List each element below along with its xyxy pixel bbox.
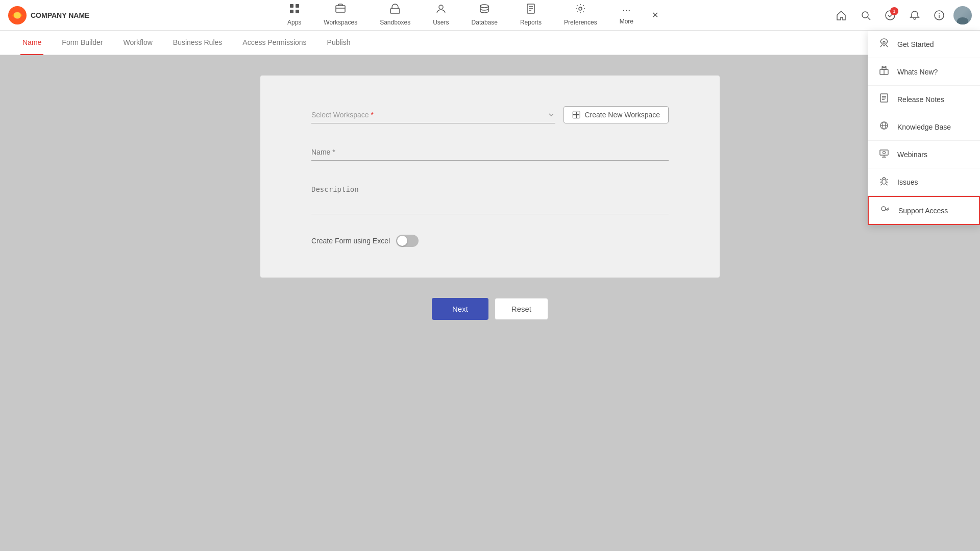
tab-publish[interactable]: Publish [325,31,353,55]
reports-icon [525,3,536,17]
svg-rect-4 [290,10,293,13]
workspace-select[interactable]: Select Workspace * [311,107,555,123]
description-field-group [311,181,669,214]
help-item-release-notes[interactable]: Release Notes [868,86,980,113]
svg-rect-5 [296,10,299,13]
workspaces-icon [335,3,346,17]
more-label: More [620,18,633,25]
svg-line-39 [886,179,888,180]
tab-workflow-label: Workflow [124,38,153,46]
nav-item-sandboxes[interactable]: Sandboxes [369,0,422,31]
nav-item-database[interactable]: Database [460,0,509,31]
tab-publish-label: Publish [327,38,351,46]
reset-button[interactable]: Reset [495,298,548,320]
svg-point-15 [579,7,582,10]
nav-item-workspaces[interactable]: Workspaces [312,0,369,31]
svg-point-21 [939,13,940,14]
tasks-badge: 1 [890,7,898,15]
help-item-get-started[interactable]: Get Started [868,31,980,58]
tab-form-builder[interactable]: Form Builder [60,31,105,55]
home-button[interactable] [831,5,851,26]
nav-item-preferences[interactable]: Preferences [553,0,608,31]
person-screen-icon [878,148,890,161]
help-item-issues[interactable]: Issues [868,168,980,196]
key-icon [879,204,891,217]
nav-item-reports[interactable]: Reports [509,0,553,31]
get-started-label: Get Started [897,40,934,48]
brand-name: COMPANY NAME [31,11,89,19]
toggle-thumb [397,236,407,246]
sandboxes-label: Sandboxes [380,19,410,26]
description-input[interactable] [311,181,669,214]
chevron-down-icon [547,111,555,119]
nav-item-more[interactable]: ··· More [608,0,645,31]
apps-icon [289,3,300,17]
doc-icon [878,93,890,106]
workspace-select-label: Select Workspace * [311,111,374,119]
help-dropdown: Get Started Whats New? Release Notes Kno… [868,31,980,225]
workspace-row: Select Workspace * Create New Workspace [311,106,669,123]
brand: COMPANY NAME [8,6,110,24]
bell-button[interactable] [904,5,925,26]
avatar-body [957,17,968,24]
create-workspace-label: Create New Workspace [584,111,660,119]
excel-row: Create Form using Excel [311,235,669,247]
svg-point-9 [439,5,443,9]
nav-close-button[interactable]: ✕ [645,5,665,26]
excel-toggle[interactable] [396,235,419,247]
workspace-required: * [369,111,374,119]
rocket-icon [878,38,890,51]
help-item-support-access[interactable]: Support Access [868,196,980,225]
nav-item-users[interactable]: Users [422,0,460,31]
avatar-image [953,6,972,24]
svg-point-44 [881,207,886,211]
svg-rect-33 [880,150,888,155]
users-icon [435,3,447,17]
whats-new-label: Whats New? [897,68,938,76]
sandboxes-icon [389,3,401,17]
tab-name-label: Name [22,38,41,46]
users-label: Users [433,19,449,26]
next-button[interactable]: Next [432,298,488,320]
sub-tabs: Name Form Builder Workflow Business Rule… [0,31,980,55]
tab-business-rules-label: Business Rules [173,38,223,46]
svg-point-37 [882,179,886,184]
svg-point-36 [883,152,886,154]
top-nav: COMPANY NAME Apps Workspaces Sandboxes U… [0,0,980,31]
avatar-button[interactable] [953,6,972,24]
create-workspace-button[interactable]: Create New Workspace [564,106,669,123]
search-globe-icon [878,120,890,133]
svg-point-16 [862,12,868,18]
workspaces-label: Workspaces [324,19,357,26]
nav-right: 1 [831,5,980,26]
more-icon: ··· [622,4,631,16]
help-item-webinars[interactable]: Webinars [868,141,980,168]
workspace-select-wrapper: Select Workspace * [311,107,555,123]
tab-form-builder-label: Form Builder [62,38,103,46]
tasks-button[interactable]: 1 [880,5,900,26]
nav-items: Apps Workspaces Sandboxes Users Database [110,0,831,31]
svg-line-17 [868,17,870,20]
name-input[interactable] [311,144,669,161]
help-item-knowledge-base[interactable]: Knowledge Base [868,113,980,141]
nav-item-apps[interactable]: Apps [276,0,312,31]
toggle-track[interactable] [396,235,419,247]
database-icon [479,3,490,17]
preferences-label: Preferences [564,19,597,26]
webinars-label: Webinars [897,151,927,159]
bottom-actions: Next Reset [432,298,548,320]
tab-workflow[interactable]: Workflow [121,31,155,55]
tab-name[interactable]: Name [20,31,43,55]
excel-label: Create Form using Excel [311,237,390,245]
preferences-icon [575,3,586,17]
help-item-whats-new[interactable]: Whats New? [868,58,980,86]
tab-business-rules[interactable]: Business Rules [171,31,225,55]
close-icon: ✕ [652,10,658,20]
tab-access-permissions[interactable]: Access Permissions [240,31,308,55]
svg-line-42 [880,184,882,185]
svg-line-43 [886,184,888,185]
search-button[interactable] [855,5,876,26]
svg-rect-6 [336,6,345,12]
info-button[interactable] [929,5,949,26]
gift-icon [878,65,890,78]
